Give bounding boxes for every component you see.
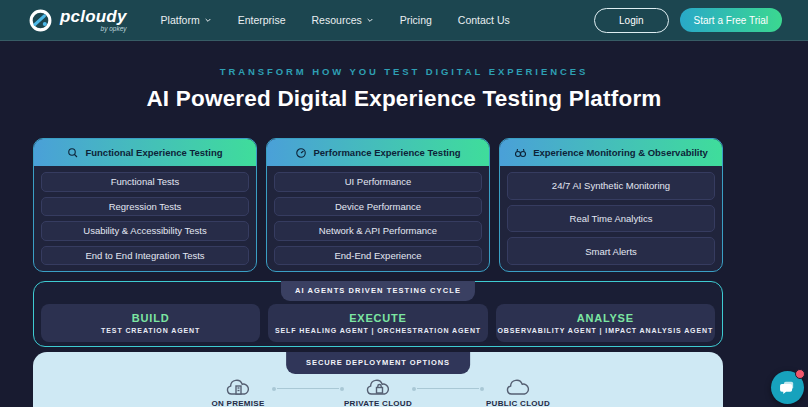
- deployment-option-on-premise[interactable]: ON PREMISE: [199, 378, 277, 407]
- connector-line: [417, 388, 479, 389]
- nav-item-pricing[interactable]: Pricing: [400, 14, 432, 26]
- binoculars-icon: [514, 147, 527, 159]
- card-title: Performance Experience Testing: [313, 147, 460, 158]
- card-header: Experience Monitoring & Observability: [500, 139, 722, 166]
- nav-item-platform[interactable]: Platform: [161, 14, 212, 26]
- card-performance-experience-testing: Performance Experience Testing UI Perfor…: [266, 138, 490, 272]
- notification-dot: [795, 369, 805, 379]
- header-actions: Login Start a Free Trial: [594, 8, 782, 33]
- agent-card-analyse[interactable]: ANALYSE OBSERVABILITY AGENT | IMPACT ANA…: [496, 304, 715, 342]
- pcloudy-logo[interactable]: pcloudy by opkey: [28, 8, 127, 33]
- card-item[interactable]: End to End Integration Tests: [41, 246, 249, 266]
- chevron-down-icon: [204, 16, 212, 24]
- landing-page: pcloudy by opkey Platform Enterprise Res…: [0, 0, 808, 407]
- magnifier-icon: [67, 147, 79, 159]
- logo-tagline: by opkey: [60, 26, 127, 33]
- agent-subtitle: TEST CREATION AGENT: [101, 327, 200, 334]
- connector-line: [277, 388, 339, 389]
- chat-bubbles-icon: [779, 379, 796, 396]
- gauge-icon: [295, 147, 307, 159]
- agent-card-execute[interactable]: EXECUTE SELF HEALING AGENT | ORCHESTRATI…: [268, 304, 487, 342]
- page-title: AI Powered Digital Experience Testing Pl…: [0, 86, 808, 112]
- card-item[interactable]: End-End Experience: [274, 246, 482, 266]
- deployment-options-row: ON PREMISE PRIVATE CLOUD PUBLIC CLOUD: [33, 378, 723, 407]
- card-item[interactable]: UI Performance: [274, 172, 482, 192]
- card-body: UI Performance Device Performance Networ…: [267, 166, 489, 271]
- card-item[interactable]: Network & API Performance: [274, 221, 482, 241]
- card-title: Functional Experience Testing: [85, 147, 222, 158]
- agent-card-build[interactable]: BUILD TEST CREATION AGENT: [41, 304, 260, 342]
- card-body: 24/7 AI Synthetic Monitoring Real Time A…: [500, 166, 722, 271]
- card-body: Functional Tests Regression Tests Usabil…: [34, 166, 256, 271]
- feature-cards-row: Functional Experience Testing Functional…: [33, 138, 723, 272]
- agent-title: BUILD: [132, 312, 170, 324]
- login-button[interactable]: Login: [594, 8, 668, 33]
- card-item[interactable]: 24/7 AI Synthetic Monitoring: [507, 172, 715, 200]
- card-functional-experience-testing: Functional Experience Testing Functional…: [33, 138, 257, 272]
- cloud-lock-icon: [365, 378, 391, 397]
- agent-subtitle: SELF HEALING AGENT | ORCHESTRATION AGENT: [275, 327, 481, 334]
- main-nav: Platform Enterprise Resources Pricing Co…: [161, 14, 510, 26]
- deployment-option-public-cloud[interactable]: PUBLIC CLOUD: [479, 378, 557, 407]
- deployment-label: ON PREMISE: [211, 399, 264, 407]
- card-item[interactable]: Usability & Accessibility Tests: [41, 221, 249, 241]
- card-header: Functional Experience Testing: [34, 139, 256, 166]
- deployment-label: PUBLIC CLOUD: [486, 399, 550, 407]
- card-title: Experience Monitoring & Observability: [533, 147, 708, 158]
- hero-eyebrow: TRANSFORM HOW YOU TEST DIGITAL EXPERIENC…: [0, 66, 808, 77]
- secure-deployment-section: SECURE DEPLOYMENT OPTIONS ON PREMISE PRI…: [33, 352, 723, 407]
- card-item[interactable]: Regression Tests: [41, 197, 249, 217]
- card-experience-monitoring-observability: Experience Monitoring & Observability 24…: [499, 138, 723, 272]
- cloud-icon: [505, 378, 531, 397]
- card-item[interactable]: Functional Tests: [41, 172, 249, 192]
- card-header: Performance Experience Testing: [267, 139, 489, 166]
- chevron-down-icon: [366, 16, 374, 24]
- cloud-server-icon: [225, 378, 251, 397]
- nav-item-contact-us[interactable]: Contact Us: [458, 14, 510, 26]
- ai-agents-section: AI AGENTS DRIVEN TESTING CYCLE BUILD TES…: [33, 281, 723, 347]
- card-item[interactable]: Smart Alerts: [507, 237, 715, 265]
- ai-agents-grid: BUILD TEST CREATION AGENT EXECUTE SELF H…: [41, 304, 715, 342]
- nav-item-resources[interactable]: Resources: [312, 14, 374, 26]
- nav-item-enterprise[interactable]: Enterprise: [238, 14, 286, 26]
- agent-title: ANALYSE: [577, 312, 634, 324]
- deployment-option-private-cloud[interactable]: PRIVATE CLOUD: [339, 378, 417, 407]
- start-free-trial-button[interactable]: Start a Free Trial: [680, 8, 782, 32]
- card-item[interactable]: Device Performance: [274, 197, 482, 217]
- deployment-label: PRIVATE CLOUD: [344, 399, 412, 407]
- agent-title: EXECUTE: [349, 312, 407, 324]
- chat-widget-button[interactable]: [771, 371, 804, 404]
- card-item[interactable]: Real Time Analytics: [507, 205, 715, 233]
- top-nav-bar: pcloudy by opkey Platform Enterprise Res…: [0, 0, 808, 41]
- ai-agents-tab: AI AGENTS DRIVEN TESTING CYCLE: [281, 281, 475, 301]
- deployment-tab: SECURE DEPLOYMENT OPTIONS: [286, 352, 470, 374]
- pcloudy-logo-icon: [28, 8, 53, 33]
- agent-subtitle: OBSERVABILITY AGENT | IMPACT ANALYSIS AG…: [497, 327, 713, 334]
- logo-wordmark: pcloudy: [60, 8, 127, 25]
